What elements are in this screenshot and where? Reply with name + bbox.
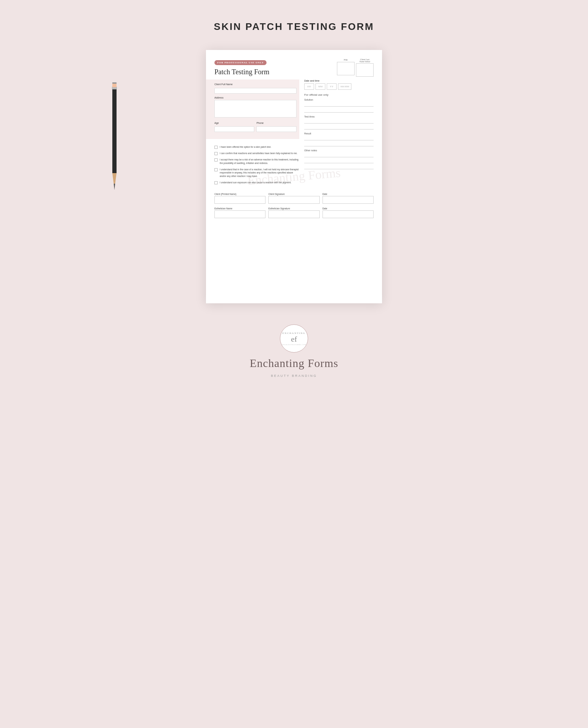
client-fields-col: Client Full Name Address Age xyxy=(214,80,299,187)
client-printed-name-field: Client (Printed Name) xyxy=(214,193,265,204)
esthetician-name-box[interactable] xyxy=(214,210,265,218)
address-field: Address xyxy=(214,96,296,119)
consent-checkbox-5[interactable] xyxy=(214,181,218,184)
datetime-field: Date and time DD MM YY HH:MM xyxy=(304,80,374,90)
official-title: For official use only xyxy=(304,93,374,96)
client-full-name-label: Client Full Name xyxy=(214,83,296,86)
client-signature-field: Client Signature xyxy=(268,193,319,204)
client-last-name-label: Client Last Name Initial xyxy=(359,58,370,63)
consent-checkbox-2[interactable] xyxy=(214,152,218,155)
date1-label: Date xyxy=(323,193,374,195)
datetime-label: Date and time xyxy=(304,80,374,82)
consent-item-4: I understand that in the case of a react… xyxy=(214,168,299,178)
svg-rect-1 xyxy=(113,89,113,173)
logo-area: ENCHANTING ef ENCHANTINGFORMS.COM Enchan… xyxy=(250,324,338,378)
test-area-field: Test Area xyxy=(304,115,374,129)
svg-marker-4 xyxy=(112,173,117,184)
form-header: FOR PROFESSIONAL USE ONLY Patch Testing … xyxy=(214,58,374,77)
logo-ef-text: ef xyxy=(291,335,297,344)
month-box[interactable]: MM xyxy=(315,83,325,90)
logo-enchanting-text: ENCHANTING xyxy=(282,332,306,335)
client-signature-label: Client Signature xyxy=(268,193,319,195)
phone-field: Phone xyxy=(256,122,296,132)
age-field: Age xyxy=(214,122,254,132)
client-name-box[interactable] xyxy=(356,63,374,77)
file-client-area: File Client Last Name Initial xyxy=(337,58,374,77)
solution-line-2[interactable] xyxy=(304,108,374,113)
solution-line-1[interactable] xyxy=(304,102,374,107)
client-signature-box[interactable] xyxy=(268,196,319,204)
notes-line-2[interactable] xyxy=(304,158,374,163)
notes-line-1[interactable] xyxy=(304,152,374,157)
esthetician-signature-field: Esthetician Signature xyxy=(268,207,319,218)
client-name-initial-area: Client Last Name Initial xyxy=(356,58,374,77)
professional-badge: FOR PROFESSIONAL USE ONLY xyxy=(214,60,267,65)
consent-text-2: I can confirm that reactions and sensiti… xyxy=(220,152,298,155)
consent-checkbox-3[interactable] xyxy=(214,158,218,162)
notes-line-3[interactable] xyxy=(304,164,374,169)
year-box[interactable]: YY xyxy=(327,83,337,90)
client-sig-row: Client (Printed Name) Client Signature D… xyxy=(214,193,374,204)
form-document: Enchanting Forms FOR PROFESSIONAL USE ON… xyxy=(206,50,382,303)
client-printed-name-box[interactable] xyxy=(214,196,265,204)
address-input[interactable] xyxy=(214,100,296,118)
result-line-1[interactable] xyxy=(304,135,374,140)
esthetician-name-field: Esthetician Name xyxy=(214,207,265,218)
consent-text-4: I understand that in the case of a react… xyxy=(220,168,299,178)
date2-box[interactable] xyxy=(323,210,374,218)
page-title: SKIN PATCH TESTING FORM xyxy=(214,21,374,32)
solution-field: Solution xyxy=(304,99,374,113)
file-label: File xyxy=(344,58,348,61)
consent-checkbox-4[interactable] xyxy=(214,168,218,171)
test-area-line-1[interactable] xyxy=(304,119,374,124)
consent-item-5: I understand sun exposure can also cause… xyxy=(214,181,299,184)
date2-field: Date xyxy=(323,207,374,218)
logo-circle: ENCHANTING ef ENCHANTINGFORMS.COM xyxy=(280,324,308,353)
consent-text-5: I understand sun exposure can also cause… xyxy=(220,181,291,184)
date1-field: Date xyxy=(323,193,374,204)
result-field: Result xyxy=(304,132,374,146)
other-notes-label: Other notes xyxy=(304,149,374,152)
logo-forms-text: ENCHANTINGFORMS.COM xyxy=(282,344,306,346)
signature-section: Client (Printed Name) Client Signature D… xyxy=(214,193,374,218)
result-label: Result xyxy=(304,132,374,135)
consent-text-3: I accept there may be a risk of an adver… xyxy=(220,158,299,165)
consent-item-1: I have been offered the option for a ski… xyxy=(214,145,299,149)
other-notes-field: Other notes xyxy=(304,149,374,169)
test-area-line-2[interactable] xyxy=(304,125,374,129)
test-area-label: Test Area xyxy=(304,115,374,118)
pencil-decoration xyxy=(107,78,121,192)
address-label: Address xyxy=(214,96,296,99)
phone-label: Phone xyxy=(256,122,296,124)
main-section: Client Full Name Address Age xyxy=(214,80,374,187)
file-box[interactable] xyxy=(337,62,355,75)
esthetician-name-label: Esthetician Name xyxy=(214,207,265,210)
datetime-row: DD MM YY HH:MM xyxy=(304,83,374,90)
day-box[interactable]: DD xyxy=(304,83,314,90)
age-phone-row: Age Phone xyxy=(214,122,296,135)
date1-box[interactable] xyxy=(323,196,374,204)
consent-item-2: I can confirm that reactions and sensiti… xyxy=(214,152,299,155)
consent-item-3: I accept there may be a risk of an adver… xyxy=(214,158,299,165)
file-area: File xyxy=(337,58,355,75)
svg-rect-6 xyxy=(112,82,117,84)
svg-marker-5 xyxy=(114,184,115,190)
consent-text-1: I have been offered the option for a ski… xyxy=(220,145,271,149)
official-section: For official use only Solution Test Area… xyxy=(304,93,374,169)
solution-label: Solution xyxy=(304,99,374,101)
age-input[interactable] xyxy=(214,126,254,132)
client-full-name-input[interactable] xyxy=(214,88,296,94)
official-col: Date and time DD MM YY HH:MM For officia… xyxy=(304,80,374,187)
consent-checkbox-1[interactable] xyxy=(214,146,218,149)
date2-label: Date xyxy=(323,207,374,210)
esthetician-signature-box[interactable] xyxy=(268,210,319,218)
brand-name: Enchanting Forms xyxy=(250,357,338,370)
consent-section: I have been offered the option for a ski… xyxy=(214,143,299,184)
form-title: Patch Testing Form xyxy=(214,68,269,76)
brand-tagline: BEAUTY BRANDING xyxy=(271,374,317,378)
age-label: Age xyxy=(214,122,254,124)
client-full-name-field: Client Full Name xyxy=(214,83,296,94)
result-line-2[interactable] xyxy=(304,141,374,146)
time-box[interactable]: HH:MM xyxy=(338,83,352,90)
phone-input[interactable] xyxy=(256,126,296,132)
